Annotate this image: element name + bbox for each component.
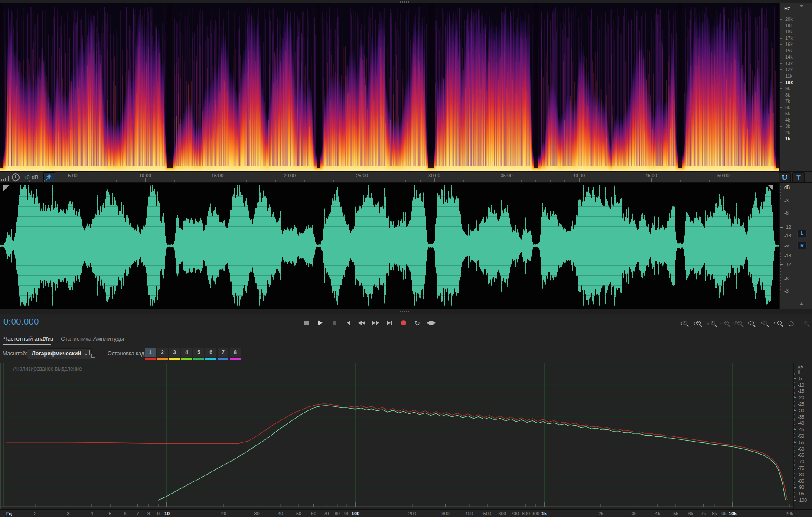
play-button[interactable] (314, 318, 326, 328)
hold-frame-8[interactable]: 8 (230, 348, 241, 360)
hz-scale-label: 2k (785, 130, 790, 135)
zoom-full-button: ↕+ (798, 318, 811, 328)
freq-x-label: 20k (786, 511, 793, 516)
record-button[interactable] (397, 318, 410, 328)
db-scale-tick (780, 286, 781, 287)
timeline-ruler[interactable]: +0dB 5:0010:0015:0020:0025:0030:0035:004… (0, 171, 812, 183)
hold-frame-color-7 (218, 358, 228, 360)
hz-scale-tick (780, 133, 782, 133)
rewind-button[interactable] (355, 318, 368, 328)
divider-handle-icon[interactable] (400, 1, 413, 3)
db-scale-tick (780, 226, 781, 226)
hz-unit-label: Hz (784, 6, 790, 11)
zoom-out-vertical-button[interactable]: ↕− (691, 318, 703, 328)
hold-frame-button-3[interactable]: 3 (169, 348, 180, 357)
scroll-down-icon[interactable] (800, 302, 803, 305)
freq-db-tick (794, 436, 796, 436)
freq-x-label: 6 (124, 511, 126, 516)
pause-button[interactable] (328, 318, 340, 328)
gain-indicator[interactable]: +0dB (23, 174, 39, 180)
freq-db-tick (794, 384, 795, 384)
scroll-up-icon[interactable] (800, 5, 803, 7)
hold-frame-button-4[interactable]: 4 (181, 348, 192, 357)
copy-frame-icon[interactable] (89, 350, 95, 355)
channel-left-badge[interactable]: L (797, 230, 807, 237)
frequency-analysis-plot[interactable] (0, 363, 793, 509)
panel-divider-middle[interactable] (0, 309, 812, 314)
zoom-out-horizontal-icon: ↔ (719, 321, 724, 325)
freq-db-tick (794, 495, 795, 495)
hold-frame-button-8[interactable]: 8 (230, 348, 241, 357)
pin-button[interactable] (43, 172, 55, 182)
scale-dropdown[interactable]: Логарифмический ⌄ (27, 348, 92, 359)
db-scale-tick (780, 277, 781, 278)
freq-db-tick (794, 410, 796, 411)
freq-db-tick (794, 418, 795, 419)
spectrogram-display[interactable] (0, 3, 779, 171)
transport-bar: 0:00.000 ↻ ↕+↕−↔+↔−↺−‹›‹›◷↕+ (0, 314, 812, 332)
freq-x-label: 4 (91, 511, 93, 516)
skip-to-start-button[interactable] (342, 318, 354, 328)
freq-db-tick (794, 387, 795, 388)
hold-frame-button-5[interactable]: 5 (193, 348, 204, 357)
hold-frame-button-6[interactable]: 6 (205, 348, 216, 357)
zoom-in-point-button[interactable]: ‹ (744, 318, 757, 328)
freq-db-tick (794, 497, 795, 498)
level-meter-icon[interactable] (1, 174, 10, 181)
fast-forward-button[interactable] (369, 318, 382, 328)
hold-frame-3[interactable]: 3 (169, 348, 180, 360)
hold-frame-button-2[interactable]: 2 (157, 348, 168, 357)
hold-frame-7[interactable]: 7 (218, 348, 229, 360)
zoom-selection-button[interactable]: ‹› (771, 318, 784, 328)
freq-db-tick (794, 496, 795, 497)
ruler-tick (362, 178, 362, 182)
divider-handle-icon[interactable] (400, 311, 413, 312)
freq-db-label: -95 (798, 491, 804, 496)
hold-frame-color-6 (205, 358, 216, 360)
freq-db-label: -65 (798, 453, 804, 458)
hz-scale-label: 3k (785, 124, 790, 129)
playhead-time-display[interactable]: 0:00.000 (3, 317, 39, 327)
hold-frame-color-3 (169, 358, 180, 360)
snap-magnet-button[interactable] (779, 172, 791, 182)
hold-frame-6[interactable]: 6 (205, 348, 217, 360)
hold-frame-1[interactable]: 1 (145, 348, 156, 360)
panel-divider-top[interactable] (0, 0, 812, 3)
freq-db-tick (794, 408, 795, 408)
db-scale-label: -∞ (784, 243, 789, 248)
freq-db-tick (794, 428, 795, 429)
zoom-out-point-button[interactable]: › (758, 318, 770, 328)
stop-button[interactable] (300, 318, 313, 328)
hold-frame-5[interactable]: 5 (193, 348, 205, 360)
tab-amplitude-statistics[interactable]: Статистика Амплитуды (61, 335, 124, 342)
playback-timer-button[interactable]: ◷ (785, 318, 797, 328)
hold-frame-button-7[interactable]: 7 (218, 348, 228, 357)
waveform-display[interactable] (0, 183, 779, 309)
skip-selection-button[interactable] (425, 318, 437, 328)
hold-frame-button-1[interactable]: 1 (145, 348, 156, 357)
hz-scale-label: 12k (785, 67, 793, 72)
hud-grabber-icon[interactable] (3, 185, 9, 191)
hold-frame-2[interactable]: 2 (157, 348, 168, 360)
db-scale-tick (780, 195, 781, 196)
freq-db-scale-panel: дБ 0-5-10-15-20-25-30-35-40-45-50-55-60-… (793, 363, 812, 509)
loop-playback-button[interactable]: ↻ (411, 318, 424, 328)
waveform-editor-area[interactable] (0, 183, 779, 309)
ruler-tick (218, 178, 218, 182)
freq-db-tick (794, 486, 795, 486)
hold-frame-4[interactable]: 4 (181, 348, 192, 360)
freq-db-tick (794, 494, 796, 494)
db-unit-label: dB (784, 185, 790, 190)
skip-to-end-button[interactable] (383, 318, 396, 328)
channel-right-badge[interactable]: R (797, 242, 807, 249)
zoom-in-vertical-button[interactable]: ↕+ (677, 318, 690, 328)
zoom-in-horizontal-button[interactable]: ↔+ (704, 318, 717, 328)
panel-menu-icon[interactable] (43, 337, 48, 341)
hud-grabber-icon[interactable] (767, 185, 773, 190)
clock-icon[interactable] (12, 173, 20, 181)
db-scale-tick (780, 299, 781, 299)
marker-button[interactable] (792, 172, 805, 182)
ruler-tick (535, 180, 536, 182)
freq-db-tick (794, 478, 795, 479)
db-scale-tick (780, 189, 781, 190)
